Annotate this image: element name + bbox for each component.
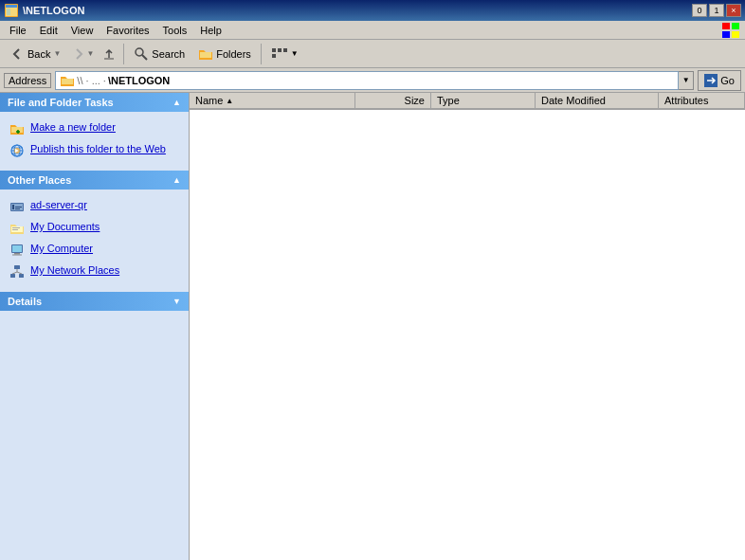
details-header[interactable]: Details ▼ xyxy=(0,292,189,311)
forward-button[interactable]: ▼ xyxy=(68,43,97,65)
column-attr[interactable]: Attributes xyxy=(659,93,745,108)
column-name[interactable]: Name ▲ xyxy=(190,93,355,108)
my-docs-label: My Documents xyxy=(30,220,100,233)
svg-point-9 xyxy=(136,48,143,56)
maximize-button[interactable]: 1 xyxy=(709,4,724,17)
view-options-button[interactable]: ▼ xyxy=(265,43,304,65)
svg-rect-11 xyxy=(272,48,276,52)
svg-rect-2 xyxy=(6,5,17,8)
search-button[interactable]: Search xyxy=(128,43,191,65)
back-icon xyxy=(9,46,25,62)
minimize-button[interactable]: 0 xyxy=(692,4,707,17)
toolbar: Back ▼ ▼ Search Folders xyxy=(0,40,745,68)
up-button[interactable] xyxy=(99,43,119,65)
svg-rect-33 xyxy=(12,255,22,256)
address-path: \NETLOGON xyxy=(108,75,170,86)
close-button[interactable]: × xyxy=(726,4,741,17)
column-size[interactable]: Size xyxy=(355,93,431,108)
address-input[interactable]: \\ · ... · \NETLOGON xyxy=(55,71,679,90)
publish-web-item[interactable]: Publish this folder to the Web xyxy=(8,139,181,161)
address-label: Address xyxy=(4,73,51,88)
address-field-container: \\ · ... · \NETLOGON ▼ xyxy=(55,71,694,90)
windows-logo xyxy=(720,22,741,39)
search-label: Search xyxy=(152,48,185,60)
other-places-title: Other Places xyxy=(8,174,71,186)
svg-line-10 xyxy=(142,55,147,60)
folders-icon xyxy=(198,46,213,62)
menu-file[interactable]: File xyxy=(4,23,32,38)
other-places-chevron: ▲ xyxy=(173,175,181,185)
new-folder-item[interactable]: Make a new folder xyxy=(8,117,181,139)
publish-web-label: Publish this folder to the Web xyxy=(30,142,166,155)
address-content: \\ · ... · \NETLOGON xyxy=(60,73,674,88)
new-folder-label: Make a new folder xyxy=(30,120,116,134)
my-network-icon xyxy=(9,264,25,280)
column-date[interactable]: Date Modified xyxy=(536,93,659,108)
sort-arrow-name: ▲ xyxy=(226,97,233,105)
file-tasks-body: Make a new folder P xyxy=(0,112,189,167)
menu-edit[interactable]: Edit xyxy=(34,23,64,38)
other-places-section: Other Places ▲ ad-server-qr xyxy=(0,171,189,288)
other-places-header[interactable]: Other Places ▲ xyxy=(0,171,189,190)
address-bar: Address \\ · ... · \NETLOGON ▼ Go xyxy=(0,68,745,93)
svg-rect-13 xyxy=(283,48,287,52)
svg-rect-25 xyxy=(12,205,14,209)
svg-rect-14 xyxy=(272,54,276,58)
menu-tools[interactable]: Tools xyxy=(157,23,193,38)
file-list: Name ▲ Size Type Date Modified Attribute… xyxy=(190,93,745,560)
file-list-header: Name ▲ Size Type Date Modified Attribute… xyxy=(190,93,745,110)
other-places-body: ad-server-qr My Documents xyxy=(0,190,189,288)
my-docs-item[interactable]: My Documents xyxy=(8,217,181,239)
my-computer-item[interactable]: My Computer xyxy=(8,239,181,261)
left-panel: File and Folder Tasks ▲ Make a new folde… xyxy=(0,93,190,560)
back-dropdown-icon[interactable]: ▼ xyxy=(53,49,61,58)
ad-server-item[interactable]: ad-server-qr xyxy=(8,195,181,217)
folders-button[interactable]: Folders xyxy=(192,43,257,65)
toolbar-separator-2 xyxy=(261,44,262,64)
svg-rect-7 xyxy=(732,31,739,38)
back-button[interactable]: Back ▼ xyxy=(4,43,66,65)
details-section: Details ▼ xyxy=(0,292,189,311)
svg-rect-27 xyxy=(15,208,20,209)
go-button[interactable]: Go xyxy=(698,70,741,91)
main-content: File and Folder Tasks ▲ Make a new folde… xyxy=(0,93,745,560)
my-network-label: My Network Places xyxy=(30,263,119,277)
svg-rect-6 xyxy=(722,31,730,38)
new-folder-icon xyxy=(9,121,25,136)
publish-web-icon xyxy=(9,143,25,158)
back-label: Back xyxy=(27,48,50,60)
view-dropdown-icon: ▼ xyxy=(291,49,299,58)
menu-bar: File Edit View Favorites Tools Help xyxy=(0,21,745,40)
search-icon xyxy=(134,46,149,62)
menu-view[interactable]: View xyxy=(65,23,100,38)
my-docs-icon xyxy=(9,221,25,236)
svg-rect-5 xyxy=(732,23,739,29)
svg-rect-32 xyxy=(14,253,20,255)
go-arrow-icon xyxy=(704,74,718,87)
title-bar-buttons: 0 1 × xyxy=(692,4,741,17)
menu-favorites[interactable]: Favorites xyxy=(100,23,154,38)
file-tasks-title: File and Folder Tasks xyxy=(8,97,114,108)
svg-rect-12 xyxy=(278,48,282,52)
title-bar-text: \NETLOGON xyxy=(23,5,84,16)
forward-dropdown-icon: ▼ xyxy=(86,49,94,58)
details-chevron: ▼ xyxy=(173,297,181,306)
folders-label: Folders xyxy=(216,48,251,60)
my-network-item[interactable]: My Network Places xyxy=(8,261,181,282)
svg-line-38 xyxy=(12,272,17,274)
svg-rect-28 xyxy=(12,227,20,228)
details-title: Details xyxy=(8,296,42,307)
my-computer-label: My Computer xyxy=(30,242,93,255)
menu-help[interactable]: Help xyxy=(194,23,227,38)
svg-line-39 xyxy=(17,272,22,274)
svg-rect-34 xyxy=(14,265,20,269)
svg-rect-26 xyxy=(15,207,22,208)
toolbar-separator-1 xyxy=(123,44,124,64)
address-dropdown-button[interactable]: ▼ xyxy=(679,71,694,90)
column-type[interactable]: Type xyxy=(431,93,536,108)
svg-rect-31 xyxy=(12,245,22,252)
go-label: Go xyxy=(720,75,735,86)
title-bar-left: \NETLOGON xyxy=(4,3,84,18)
file-tasks-header[interactable]: File and Folder Tasks ▲ xyxy=(0,93,189,112)
file-area xyxy=(190,110,745,489)
